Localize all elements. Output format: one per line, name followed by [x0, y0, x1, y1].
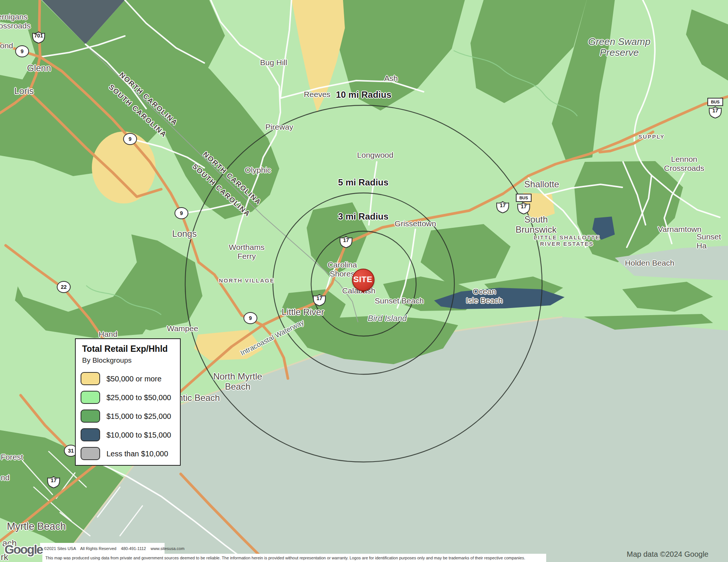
legend-label: $25,000 to $50,000 [106, 393, 171, 402]
us-route-17-number: 17 [46, 477, 61, 483]
legend-title: Total Retail Exp/Hhld [82, 344, 168, 354]
map-screenshot: { "places": { "jernigans": "Jernigans\nC… [0, 0, 728, 562]
us-17-business-banner-shallotte: BUS [516, 194, 532, 202]
us-route-17-shield-grissettown: 17 [339, 236, 353, 248]
us-route-17-number: 17 [708, 108, 722, 114]
google-logo[interactable]: Google [4, 543, 43, 557]
us-17-business-banner-supply: BUS [707, 98, 723, 106]
legend-swatch-25k-50k [81, 391, 100, 404]
legend-panel: Total Retail Exp/Hhld By Blockgroups $50… [75, 338, 181, 466]
legend-subtitle: By Blockgroups [82, 356, 132, 365]
legend-row: $10,000 to $15,000 [81, 428, 178, 442]
us-route-17-shield-shallotte-west: 17 [496, 201, 510, 214]
attribution-copyright-text: ©2021 Sites USA All Rights Reserved 480-… [44, 546, 184, 551]
site-marker-pin: SITE [352, 269, 374, 291]
legend-row: $25,000 to $50,000 [81, 391, 178, 404]
legend-row: Less than $10,000 [81, 447, 178, 460]
us-route-17-shield-calabash: 17 [312, 294, 327, 306]
sc-route-9-shield-longs: 9 [175, 207, 189, 219]
us-route-701-shield: 701 [31, 31, 46, 44]
legend-row: $50,000 or more [81, 372, 178, 386]
attribution-bar-top: ©2021 Sites USA All Rights Reserved 480-… [40, 543, 165, 554]
map-data-credit: Map data ©2024 Google [627, 550, 709, 559]
sc-route-9-shield-little-river: 9 [244, 312, 258, 324]
legend-label: $15,000 to $25,000 [106, 412, 171, 421]
legend-label: Less than $10,000 [106, 450, 168, 458]
site-marker-label: SITE [352, 275, 374, 284]
us-route-17-number: 17 [496, 202, 510, 208]
sc-route-9-shield-mid: 9 [123, 133, 137, 145]
attribution-bar-disclaimer: This map was produced using data from pr… [42, 554, 546, 562]
legend-swatch-10k-15k [81, 428, 100, 441]
sc-route-9-shield-nw: 9 [15, 45, 29, 57]
us-route-17-business-shield-shallotte: 17 [517, 202, 531, 215]
us-route-17-number: 17 [312, 295, 327, 301]
us-route-17-shield-myrtle-beach: 17 [46, 476, 61, 489]
legend-row: $15,000 to $25,000 [81, 410, 178, 423]
us-route-701-number: 701 [31, 33, 46, 39]
legend-swatch-50k-plus [81, 372, 100, 385]
us-route-17-number: 17 [339, 237, 353, 243]
legend-label: $10,000 to $15,000 [106, 431, 171, 439]
us-route-17-number: 17 [517, 203, 531, 209]
legend-swatch-under-10k [81, 447, 100, 460]
us-route-17-business-shield-supply: 17 [708, 106, 722, 119]
legend-swatch-15k-25k [81, 410, 100, 423]
sc-route-22-shield: 22 [57, 281, 71, 293]
legend-label: $50,000 or more [106, 375, 162, 383]
attribution-disclaimer-text: This map was produced using data from pr… [45, 556, 525, 560]
